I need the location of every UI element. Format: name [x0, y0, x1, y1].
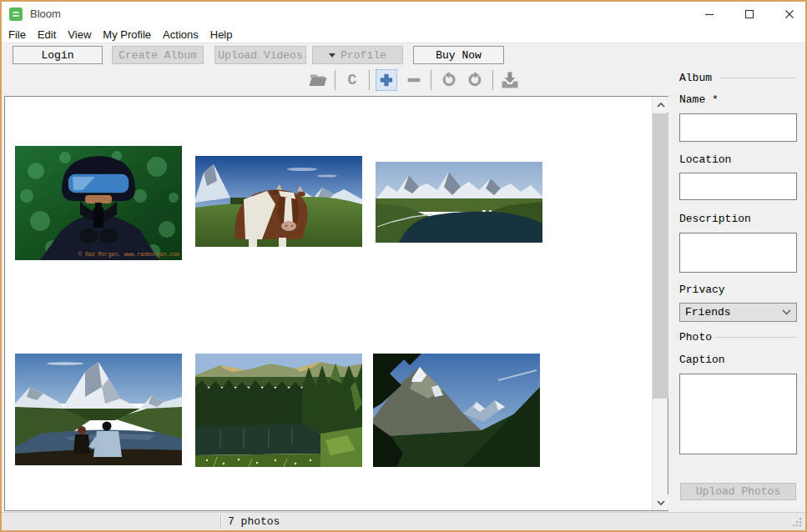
- app-logo-icon: [9, 8, 23, 21]
- menu-file[interactable]: File: [3, 28, 32, 42]
- upload-photos-label: Upload Photos: [696, 485, 780, 498]
- buy-now-label: Buy Now: [436, 49, 482, 62]
- location-field[interactable]: [679, 173, 797, 200]
- chevron-up-icon: [657, 103, 665, 108]
- close-button[interactable]: [784, 8, 795, 20]
- rotate-ccw-icon: [439, 71, 457, 89]
- photo-watermark: © Rad Morgan, www.radmorgan.com: [78, 251, 179, 258]
- upload-videos-button[interactable]: Upload Videos: [214, 46, 306, 64]
- photo-thumbnail-6[interactable]: [373, 354, 540, 467]
- album-section-rule: [719, 78, 797, 78]
- description-field[interactable]: [679, 233, 797, 273]
- statusbar: 7 photos: [2, 512, 805, 530]
- login-button-label: Login: [41, 49, 73, 62]
- minus-icon: [405, 71, 423, 89]
- photo-5-image: [195, 354, 362, 467]
- minimize-button[interactable]: [704, 8, 715, 20]
- rotate-cw-icon: [467, 71, 485, 89]
- folder-open-icon: [308, 70, 328, 90]
- buy-now-button[interactable]: Buy Now: [413, 46, 504, 64]
- scrollbar-up-button[interactable]: [653, 97, 668, 113]
- rotate-icon: C: [348, 73, 357, 88]
- photo-section-rule: [714, 337, 797, 338]
- privacy-label: Privacy: [679, 284, 725, 296]
- menu-actions[interactable]: Actions: [157, 28, 204, 42]
- save-button[interactable]: [499, 69, 521, 91]
- chevron-down-icon: [782, 309, 791, 315]
- vertical-scrollbar[interactable]: [652, 97, 668, 510]
- photo-2-image: [195, 156, 362, 247]
- photo-thumbnail-4[interactable]: [15, 354, 182, 465]
- zoom-out-button[interactable]: [403, 69, 425, 91]
- profile-dropdown-button[interactable]: Profile: [312, 46, 403, 64]
- description-label: Description: [679, 213, 751, 225]
- name-label: Name *: [679, 93, 719, 106]
- upload-videos-label: Upload Videos: [218, 49, 302, 62]
- zoom-in-button[interactable]: [376, 69, 397, 91]
- dropdown-arrow-icon: [329, 53, 335, 58]
- save-download-icon: [500, 70, 520, 90]
- caption-label: Caption: [679, 354, 725, 366]
- menu-my-profile[interactable]: My Profile: [97, 28, 157, 42]
- photo-thumbnail-5[interactable]: [195, 354, 362, 467]
- photo-count-status: 7 photos: [228, 515, 280, 528]
- privacy-selected-value: Friends: [685, 306, 731, 319]
- menu-help[interactable]: Help: [204, 28, 239, 42]
- menubar: File Edit View My Profile Actions Help: [2, 26, 805, 43]
- statusbar-separator: [220, 514, 221, 529]
- photo-6-image: [373, 354, 540, 467]
- privacy-select[interactable]: Friends: [679, 303, 797, 322]
- rotate-button[interactable]: C: [341, 69, 363, 91]
- caption-field[interactable]: [679, 374, 797, 454]
- menu-edit[interactable]: Edit: [32, 28, 62, 42]
- profile-label: Profile: [340, 49, 386, 62]
- resize-grip[interactable]: [791, 516, 803, 528]
- photo-thumbnail-1[interactable]: © Rad Morgan, www.radmorgan.com: [15, 146, 182, 260]
- photo-4-image: [15, 354, 182, 465]
- toolbar-separator: [335, 70, 335, 90]
- scrollbar-down-button[interactable]: [653, 494, 668, 510]
- open-album-button[interactable]: [307, 69, 329, 91]
- toolbar-separator: [369, 70, 370, 90]
- rotate-ccw-button[interactable]: [437, 69, 459, 91]
- action-toolbar: Login Create Album Upload Videos Profile…: [2, 43, 805, 66]
- name-field[interactable]: [679, 113, 797, 142]
- create-album-label: Create Album: [119, 49, 197, 62]
- photo-thumbnail-3[interactable]: [376, 162, 542, 243]
- photo-1-image: © Rad Morgan, www.radmorgan.com: [15, 146, 182, 260]
- photo-thumbnail-2[interactable]: [195, 156, 362, 247]
- create-album-button[interactable]: Create Album: [112, 46, 204, 64]
- photo-gallery-canvas: © Rad Morgan, www.radmorgan.com: [4, 96, 668, 511]
- scrollbar-thumb[interactable]: [653, 113, 668, 399]
- titlebar: Bloom: [2, 2, 805, 26]
- rotate-cw-button[interactable]: [465, 69, 487, 91]
- login-button[interactable]: Login: [13, 46, 103, 64]
- album-section-header: Album: [679, 72, 712, 84]
- toolbar-separator: [492, 70, 493, 90]
- location-label: Location: [679, 153, 731, 166]
- toolbar-separator: [431, 70, 431, 90]
- menu-view[interactable]: View: [62, 28, 97, 42]
- plus-icon: [378, 72, 395, 88]
- upload-photos-button[interactable]: Upload Photos: [680, 483, 796, 500]
- photo-section-header: Photo: [679, 331, 712, 344]
- window-title: Bloom: [30, 8, 61, 20]
- maximize-button[interactable]: [744, 8, 755, 20]
- chevron-down-icon: [657, 500, 665, 505]
- photo-3-image: [376, 162, 542, 243]
